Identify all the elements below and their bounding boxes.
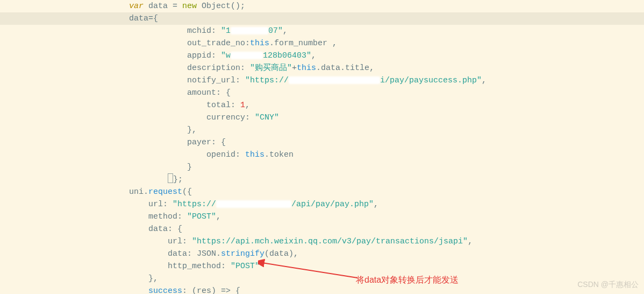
- code-block: var data = new Object(); data={ mchid: "…: [0, 0, 644, 294]
- code-line: amount: {: [0, 87, 644, 99]
- code-line: currency: "CNY": [0, 111, 644, 124]
- code-line: uni.request({: [0, 186, 644, 198]
- redacted-text: [231, 27, 268, 34]
- redacted-text: [216, 200, 291, 208]
- redacted-text: [231, 52, 263, 59]
- code-line: success: (res) => {: [0, 285, 644, 294]
- redacted-text: [289, 76, 380, 84]
- annotation-text: 将data对象转换后才能发送: [356, 274, 459, 286]
- code-line: payer: {: [0, 136, 644, 149]
- code-line: out_trade_no:this.form_number ,: [0, 37, 644, 50]
- code-line: data: JSON.stringify(data),: [0, 248, 644, 260]
- code-line: description: "购买商品"+this.data.title,: [0, 62, 644, 74]
- code-line: appid: "w128b06403",: [0, 50, 644, 62]
- code-line: url: "https:///api/pay/pay.php",: [0, 198, 644, 211]
- keyword-var: var: [129, 2, 144, 11]
- code-line: http_method: "POST": [0, 260, 644, 272]
- watermark: CSDN @千惠相公: [577, 278, 639, 291]
- code-line: openid: this.token: [0, 149, 644, 161]
- code-line: };: [0, 173, 644, 186]
- code-line: data: {: [0, 223, 644, 235]
- code-line: mchid: "107",: [0, 25, 644, 37]
- code-line: },: [0, 272, 644, 285]
- code-line: method: "POST",: [0, 211, 644, 223]
- code-line: var data = new Object();: [0, 0, 644, 12]
- code-line: notify_url: "https://i/pay/paysuccess.ph…: [0, 74, 644, 87]
- keyword-new: new: [182, 2, 197, 11]
- cursor-indicator: [168, 173, 173, 183]
- code-line: total: 1,: [0, 99, 644, 111]
- code-line: }: [0, 161, 644, 173]
- code-line: },: [0, 124, 644, 136]
- code-line-highlighted: data={: [0, 12, 644, 25]
- code-line: url: "https://api.mch.weixin.qq.com/v3/p…: [0, 235, 644, 248]
